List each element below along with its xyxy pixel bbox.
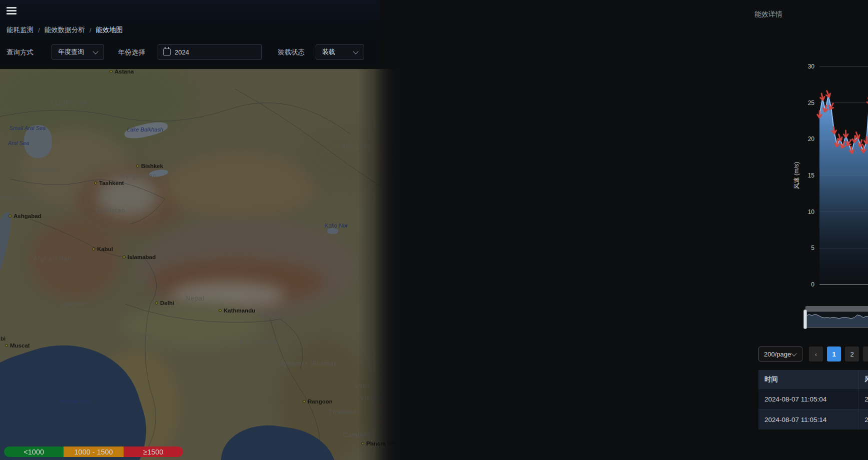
page-button-1[interactable]: 1 — [827, 346, 841, 362]
modal-backdrop-dim — [0, 69, 406, 460]
year-value: 2024 — [175, 48, 189, 56]
datazoom-preview[interactable] — [805, 311, 868, 328]
dialog-title: 能效详情 — [754, 10, 782, 19]
breadcrumb-separator: / — [90, 26, 92, 34]
datazoom-track[interactable] — [805, 306, 868, 311]
load-status-value: 装载 — [322, 48, 335, 56]
query-type-value: 年度查询 — [58, 48, 84, 56]
wind-speed-direction-chart[interactable]: 051015202530风速 (m/s)11:1011:1511:2011:25… — [789, 44, 868, 302]
chevron-down-icon — [791, 350, 796, 356]
breadcrumb: 能耗监测/能效数据分析/能效地图 — [0, 22, 387, 38]
y-axis-tick-label: 20 — [808, 136, 815, 142]
table-cell: 2024-08-07 11:05:14 — [758, 410, 858, 430]
map-color-legend: <10001000 - 1500≥1500 — [4, 446, 183, 457]
year-date-picker[interactable]: 2024 — [158, 44, 262, 60]
page-size-value: 200/page — [764, 350, 791, 358]
table-header-cell: 风速 (m/s) — [858, 370, 868, 389]
y-axis-tick-label: 10 — [808, 208, 815, 216]
breadcrumb-item[interactable]: 能耗监测 — [7, 26, 34, 34]
wind-direction-arrow — [866, 98, 868, 105]
table-cell: 2024-08-07 11:05:04 — [758, 389, 858, 410]
breadcrumb-item[interactable]: 能效数据分析 — [45, 26, 85, 34]
query-type-select[interactable]: 年度查询 — [52, 44, 104, 60]
wind-direction-arrow — [843, 130, 848, 138]
table-cell: 23.9 — [858, 410, 868, 430]
app-root: 能耗监测/能效数据分析/能效地图 查询方式 年度查询 年份选择 2024 装载状… — [0, 0, 868, 460]
terrain-map[interactable]: KazakhstanMongoliaUzbekistanKyrgyzstanur… — [0, 69, 406, 460]
load-status-label: 装载状态 — [278, 48, 305, 57]
y-axis-tick-label: 0 — [811, 281, 814, 288]
y-axis-tick-label: 30 — [808, 63, 815, 70]
page-button-3[interactable]: 3 — [863, 346, 868, 362]
table-row: 2024-08-07 11:05:0423.316 — [758, 389, 868, 410]
map-legend-segment: ≥1500 — [124, 446, 183, 457]
query-type-label: 查询方式 — [7, 48, 34, 57]
page-buttons: ‹123456•••14› — [809, 346, 868, 362]
page-size-select[interactable]: 200/page — [758, 346, 802, 362]
map-legend-segment: 1000 - 1500 — [64, 446, 123, 457]
filter-bar: 查询方式 年度查询 年份选择 2024 装载状态 装载 — [0, 38, 380, 66]
map-legend-segment: <1000 — [4, 446, 64, 457]
wind-direction-arrow — [825, 90, 831, 98]
chevron-down-icon — [93, 48, 98, 54]
prev-page-button[interactable]: ‹ — [809, 346, 823, 362]
page-button-2[interactable]: 2 — [845, 346, 859, 362]
y-axis-tick-label: 25 — [808, 100, 815, 106]
year-select-label: 年份选择 — [118, 48, 145, 57]
table-header-cell: 时间 — [758, 370, 858, 389]
top-header-bar — [0, 0, 380, 22]
calendar-icon — [163, 48, 171, 56]
datazoom-left-handle[interactable] — [803, 310, 807, 329]
wind-direction-arrow — [819, 93, 825, 100]
menu-hamburger-icon[interactable] — [7, 7, 17, 15]
y-axis-tick-label: 5 — [811, 244, 814, 252]
load-status-select[interactable]: 装载 — [316, 44, 364, 60]
table-cell: 23.3 — [858, 389, 868, 410]
chart-datazoom-slider[interactable] — [805, 305, 868, 328]
y-axis-tick-label: 15 — [808, 172, 815, 179]
detail-dialog: 能效详情 ✕ 风向 风速 051015202530风速 (m/s)11:1011… — [374, 0, 868, 460]
breadcrumb-separator: / — [38, 26, 40, 34]
wind-data-table: 时间风速 (m/s)风向 (°) 2024-08-07 11:05:0423.3… — [758, 370, 868, 430]
breadcrumb-item[interactable]: 能效地图 — [96, 26, 123, 34]
table-row: 2024-08-07 11:05:1423.99 — [758, 410, 868, 430]
chevron-down-icon — [353, 48, 358, 54]
y-axis-title: 风速 (m/s) — [793, 162, 800, 190]
